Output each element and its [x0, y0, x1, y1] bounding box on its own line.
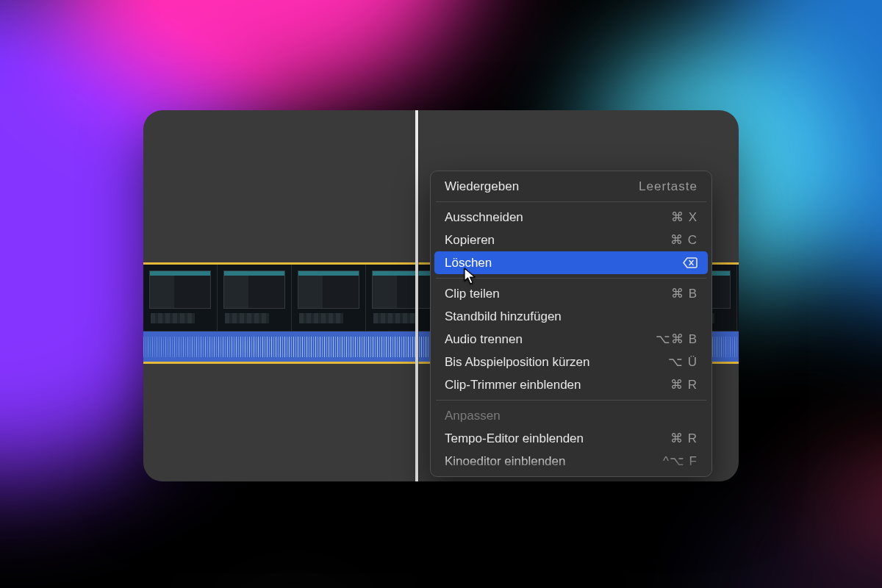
menu-item-label: Standbild hinzufügen	[445, 310, 562, 323]
menu-item-shortcut: ⌘ R	[670, 432, 698, 445]
clip-thumbnail	[292, 265, 366, 331]
menu-item-freeze[interactable]: Standbild hinzufügen	[434, 305, 708, 328]
clip-thumbnail	[366, 265, 440, 331]
menu-item-kino[interactable]: Kinoeditor einblenden^⌥ F	[434, 450, 708, 473]
menu-item-shortcut: ⌥ Ü	[668, 356, 698, 368]
clip-thumbnail	[143, 265, 218, 331]
menu-item-shortcut: ⌘ B	[671, 287, 698, 300]
clip-thumbnail	[737, 265, 739, 331]
menu-item-label: Bis Abspielposition kürzen	[445, 356, 590, 368]
menu-item-label: Kopieren	[445, 234, 495, 246]
menu-item-shortcut: ⌘ X	[671, 211, 698, 223]
menu-item-label: Audio trennen	[445, 333, 523, 345]
context-menu: WiedergebenLeertasteAusschneiden⌘ XKopie…	[430, 171, 712, 477]
menu-item-cut[interactable]: Ausschneiden⌘ X	[434, 206, 708, 229]
menu-separator	[436, 201, 706, 202]
menu-item-shortcut: ^⌥ F	[663, 455, 698, 467]
menu-item-tempo[interactable]: Tempo-Editor einblenden⌘ R	[434, 427, 708, 450]
menu-item-copy[interactable]: Kopieren⌘ C	[434, 229, 708, 251]
menu-item-label: Löschen	[445, 257, 492, 269]
menu-item-split[interactable]: Clip teilen⌘ B	[434, 282, 708, 305]
menu-item-adjust: Anpassen	[434, 404, 708, 427]
menu-separator	[436, 400, 706, 401]
menu-item-label: Kinoeditor einblenden	[445, 455, 565, 467]
menu-item-label: Clip-Trimmer einblenden	[445, 379, 581, 391]
menu-item-play[interactable]: WiedergebenLeertaste	[434, 175, 708, 198]
menu-item-shortcut: ⌥⌘ B	[656, 333, 698, 345]
menu-item-label: Ausschneiden	[445, 211, 523, 223]
playhead[interactable]	[415, 110, 418, 481]
menu-item-shortcut: ⌘ C	[670, 234, 698, 246]
menu-item-shortcut: Leertaste	[639, 180, 698, 193]
menu-item-detach[interactable]: Audio trennen⌥⌘ B	[434, 328, 708, 351]
delete-key-icon	[683, 257, 698, 268]
menu-item-label: Anpassen	[445, 409, 501, 422]
editor-panel: WiedergebenLeertasteAusschneiden⌘ XKopie…	[143, 110, 739, 481]
menu-separator	[436, 278, 706, 279]
menu-item-label: Wiedergeben	[445, 180, 519, 193]
menu-item-shortcut: ⌘ R	[670, 379, 698, 391]
menu-item-label: Tempo-Editor einblenden	[445, 432, 584, 445]
menu-item-label: Clip teilen	[445, 287, 500, 300]
menu-item-trimmer[interactable]: Clip-Trimmer einblenden⌘ R	[434, 373, 708, 396]
clip-thumbnail	[218, 265, 292, 331]
menu-item-delete[interactable]: Löschen	[434, 251, 708, 274]
menu-item-trim-to[interactable]: Bis Abspielposition kürzen⌥ Ü	[434, 351, 708, 373]
